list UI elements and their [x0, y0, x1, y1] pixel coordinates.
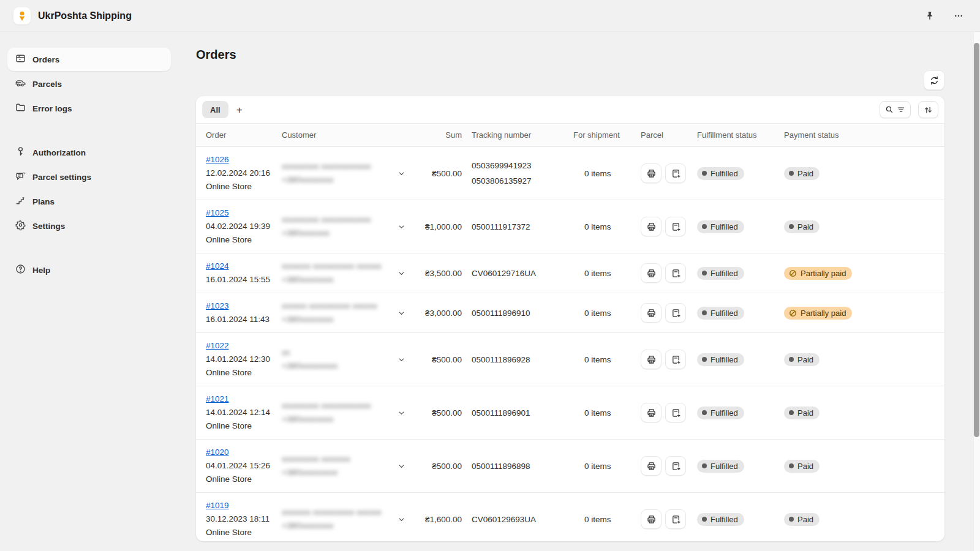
- add-view-button[interactable]: +: [231, 101, 248, 118]
- main-content: Orders All +: [178, 32, 980, 551]
- table-row: #1020 04.01.2024 15:26 Online Store xxxx…: [196, 440, 944, 493]
- print-button[interactable]: [641, 403, 662, 422]
- print-button[interactable]: [641, 263, 662, 283]
- print-button[interactable]: [641, 217, 662, 236]
- sidebar-item-help[interactable]: Help: [7, 258, 171, 282]
- key-icon: [15, 146, 26, 159]
- order-sum: ₴3,500.00: [410, 253, 467, 293]
- sidebar-item-label: Help: [32, 266, 50, 275]
- pin-app-button[interactable]: [922, 9, 937, 23]
- scrollbar-thumb[interactable]: [974, 43, 979, 437]
- sidebar-item-authorization[interactable]: Authorization: [7, 141, 171, 164]
- filter-icon: [897, 105, 905, 114]
- printer-icon: [646, 222, 657, 232]
- order-link[interactable]: #1023: [206, 299, 272, 313]
- print-button[interactable]: [641, 350, 662, 369]
- chevron-down-icon[interactable]: [398, 462, 405, 470]
- fulfillment-badge: Fulfilled: [697, 267, 744, 280]
- create-parcel-button[interactable]: [665, 403, 686, 422]
- create-parcel-button[interactable]: [665, 509, 686, 529]
- create-parcel-button[interactable]: [665, 163, 686, 183]
- payment-badge: Paid: [784, 167, 820, 180]
- gear-icon: [15, 219, 26, 233]
- truck-icon: [15, 77, 26, 91]
- push-pin-icon: [925, 11, 935, 21]
- order-link[interactable]: #1019: [206, 499, 272, 512]
- order-date: 14.01.2024 12:30: [206, 353, 272, 366]
- fulfillment-label: Fulfilled: [710, 355, 738, 364]
- tracking-numbers: 0500111896910: [467, 293, 568, 333]
- payment-label: Paid: [797, 355, 813, 364]
- print-button[interactable]: [641, 163, 662, 183]
- chevron-down-icon[interactable]: [398, 170, 405, 178]
- table-header-row: Order Customer Sum Tracking number For s…: [196, 124, 944, 147]
- sidebar-item-label: Orders: [32, 55, 59, 64]
- chevron-down-icon[interactable]: [398, 515, 405, 523]
- chevron-down-icon[interactable]: [398, 269, 405, 277]
- parcel-add-icon: [671, 222, 681, 232]
- for-shipment: 0 items: [568, 200, 636, 253]
- payment-badge: Partially paid: [784, 307, 852, 320]
- chevron-down-icon[interactable]: [398, 223, 405, 231]
- customer-phone: +380xxxxxxxx: [282, 313, 377, 326]
- sort-button[interactable]: [918, 101, 938, 118]
- status-dot-icon: [702, 410, 707, 415]
- print-button[interactable]: [641, 456, 662, 476]
- col-order: Order: [196, 124, 277, 147]
- chevron-down-icon[interactable]: [398, 309, 405, 317]
- sidebar-item-parcel-settings[interactable]: Parcel settings: [7, 165, 171, 189]
- order-link[interactable]: #1021: [206, 392, 272, 406]
- sidebar-item-parcels[interactable]: Parcels: [7, 72, 171, 96]
- fulfillment-badge: Fulfilled: [697, 307, 744, 320]
- tracking-numbers: 0500111896898: [467, 440, 568, 493]
- sidebar-item-label: Plans: [32, 197, 55, 206]
- printer-icon: [646, 514, 657, 525]
- for-shipment: 0 items: [568, 147, 636, 200]
- customer-phone: +380xxxxxxxx: [282, 273, 382, 287]
- fulfillment-label: Fulfilled: [710, 169, 738, 178]
- customer-phone: +380xxxxxxx: [282, 227, 371, 240]
- tab-all[interactable]: All: [202, 101, 228, 118]
- create-parcel-button[interactable]: [665, 263, 686, 283]
- order-date: 12.02.2024 20:16: [206, 167, 272, 180]
- for-shipment: 0 items: [568, 293, 636, 333]
- order-link[interactable]: #1022: [206, 339, 272, 353]
- payment-label: Paid: [797, 408, 813, 418]
- table-row: #1025 04.02.2024 19:39 Online Store xxxx…: [196, 200, 944, 253]
- create-parcel-button[interactable]: [665, 350, 686, 369]
- sidebar-item-error-logs[interactable]: Error logs: [7, 97, 171, 120]
- order-link[interactable]: #1024: [206, 260, 272, 273]
- col-tracking: Tracking number: [467, 124, 568, 147]
- payment-badge: Paid: [784, 220, 820, 233]
- create-parcel-button[interactable]: [665, 303, 686, 323]
- create-parcel-button[interactable]: [665, 217, 686, 236]
- payment-badge: Paid: [784, 513, 820, 526]
- order-date: 30.12.2023 18:11: [206, 512, 272, 526]
- chevron-down-icon[interactable]: [398, 409, 405, 417]
- order-date: 04.02.2024 19:39: [206, 220, 272, 233]
- fulfillment-badge: Fulfilled: [697, 167, 744, 180]
- order-channel: Online Store: [206, 366, 272, 380]
- payment-badge: Paid: [784, 407, 820, 419]
- sidebar-item-plans[interactable]: Plans: [7, 190, 171, 213]
- more-menu-button[interactable]: [951, 9, 967, 23]
- fulfillment-label: Fulfilled: [710, 515, 738, 524]
- tracking-numbers: 0500111917372: [467, 200, 568, 253]
- print-button[interactable]: [641, 509, 662, 529]
- search-and-filter-button[interactable]: [880, 101, 911, 118]
- printer-icon: [646, 408, 657, 418]
- topbar: UkrPoshta Shipping: [0, 0, 980, 32]
- order-link[interactable]: #1026: [206, 153, 272, 167]
- refresh-button[interactable]: [924, 70, 944, 90]
- order-link[interactable]: #1025: [206, 206, 272, 220]
- order-link[interactable]: #1020: [206, 446, 272, 459]
- col-sum: Sum: [410, 124, 467, 147]
- sidebar-item-settings[interactable]: Settings: [7, 214, 171, 238]
- chevron-down-icon[interactable]: [398, 356, 405, 364]
- create-parcel-button[interactable]: [665, 456, 686, 476]
- refresh-icon: [929, 75, 940, 86]
- for-shipment: 0 items: [568, 386, 636, 440]
- parcel-add-icon: [671, 354, 681, 365]
- print-button[interactable]: [641, 303, 662, 323]
- sidebar-item-orders[interactable]: Orders: [7, 48, 171, 71]
